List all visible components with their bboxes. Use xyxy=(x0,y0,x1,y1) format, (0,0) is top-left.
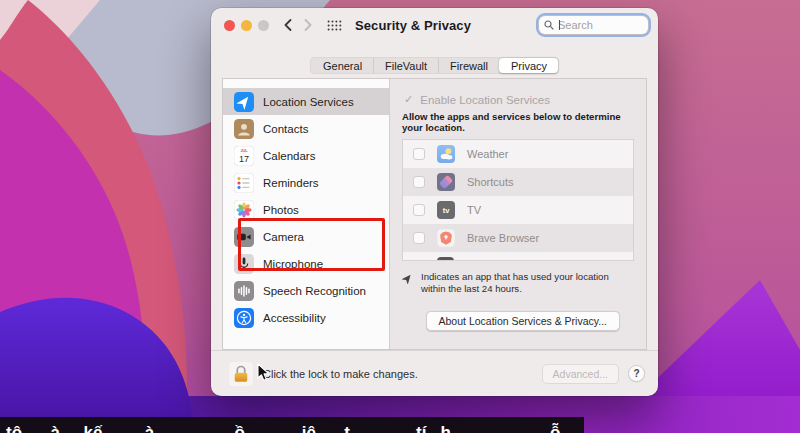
sidebar-item-label: Microphone xyxy=(263,258,323,270)
location-arrow-icon xyxy=(402,273,413,284)
panel-description: Allow the apps and services below to det… xyxy=(402,111,634,133)
svg-text:17: 17 xyxy=(239,153,249,163)
text-caret xyxy=(559,20,560,30)
speech-recognition-icon xyxy=(234,281,254,301)
sidebar-item-microphone[interactable]: Microphone xyxy=(223,250,389,277)
help-button[interactable]: ? xyxy=(628,365,645,382)
location-apps-list: Weather Shortcuts xyxy=(402,139,634,261)
traffic-lights xyxy=(224,20,269,31)
sidebar-item-label: Calendars xyxy=(263,150,315,162)
about-location-services-button[interactable]: About Location Services & Privacy... xyxy=(426,311,620,331)
show-all-grid-icon[interactable] xyxy=(327,20,342,31)
close-window-button[interactable] xyxy=(224,20,235,31)
zoom-window-button xyxy=(258,20,269,31)
list-item-weather[interactable]: Weather xyxy=(403,140,633,168)
calendars-icon: JUL 17 xyxy=(234,146,254,166)
security-privacy-window: Security & Privacy General FileVault Fir… xyxy=(211,8,658,396)
sidebar-item-camera[interactable]: Camera xyxy=(223,223,389,250)
app-name: Weather xyxy=(467,148,508,160)
lock-icon xyxy=(231,364,251,384)
subtitle-text: tộ à kế à ồ iê t tí h ỗ xyxy=(6,423,561,433)
search-field[interactable] xyxy=(539,16,648,34)
list-item-tv[interactable]: tv TV xyxy=(403,196,633,224)
sidebar-item-label: Location Services xyxy=(263,96,354,108)
sidebar-item-label: Photos xyxy=(263,204,299,216)
sidebar-item-speech-recognition[interactable]: Speech Recognition xyxy=(223,277,389,304)
titlebar: Security & Privacy xyxy=(211,8,658,42)
svg-text:tv: tv xyxy=(443,206,450,215)
reminders-icon xyxy=(234,173,254,193)
sidebar-item-label: Accessibility xyxy=(263,312,326,324)
mouse-cursor xyxy=(257,363,270,382)
lock-message: Click the lock to make changes. xyxy=(263,368,418,380)
shortcuts-app-icon xyxy=(437,173,455,191)
tv-checkbox[interactable] xyxy=(413,204,425,216)
weather-checkbox[interactable] xyxy=(413,148,425,160)
list-item-shortcuts[interactable]: Shortcuts xyxy=(403,168,633,196)
enable-location-services-label: Enable Location Services xyxy=(420,94,550,106)
accessibility-icon xyxy=(234,308,254,328)
sidebar-item-label: Contacts xyxy=(263,123,308,135)
tab-firewall[interactable]: Firewall xyxy=(438,58,499,73)
sidebar-item-photos[interactable]: Photos xyxy=(223,196,389,223)
enable-location-services-checkbox[interactable]: ✓ Enable Location Services xyxy=(404,93,634,106)
app-name: Brave Browser xyxy=(467,232,539,244)
search-icon xyxy=(544,20,554,30)
tab-privacy[interactable]: Privacy xyxy=(499,58,558,73)
search-input[interactable] xyxy=(558,19,638,31)
shortcuts-checkbox[interactable] xyxy=(413,176,425,188)
sidebar-item-calendars[interactable]: JUL 17 Calendars xyxy=(223,142,389,169)
back-icon[interactable] xyxy=(284,19,292,31)
sidebar-item-reminders[interactable]: Reminders xyxy=(223,169,389,196)
minimize-window-button[interactable] xyxy=(241,20,252,31)
app-name: Shortcuts xyxy=(467,176,513,188)
tab-filevault[interactable]: FileVault xyxy=(373,58,438,73)
microphone-icon xyxy=(234,254,254,274)
sidebar-item-location-services[interactable]: Location Services xyxy=(223,88,389,115)
checkmark-icon: ✓ xyxy=(404,93,413,106)
list-item-brave-browser[interactable]: Brave Browser xyxy=(403,224,633,252)
sidebar-item-accessibility[interactable]: Accessibility xyxy=(223,304,389,331)
window-title: Security & Privacy xyxy=(355,18,471,33)
brave-checkbox[interactable] xyxy=(413,232,425,244)
screen: Security & Privacy General FileVault Fir… xyxy=(0,0,800,433)
forward-icon[interactable] xyxy=(304,19,312,31)
sidebar-item-label: Reminders xyxy=(263,177,319,189)
sidebar-item-label: Speech Recognition xyxy=(263,285,366,297)
privacy-pane: Location Services Contacts JUL 17 xyxy=(222,78,647,350)
note-text: Indicates an app that has used your loca… xyxy=(421,271,627,296)
privacy-sidebar: Location Services Contacts JUL 17 xyxy=(223,79,390,349)
weather-app-icon xyxy=(437,145,455,163)
photos-icon xyxy=(234,200,254,220)
window-footer: Click the lock to make changes. Advanced… xyxy=(211,350,658,396)
list-item-partial xyxy=(403,252,633,261)
subtitle-bar: tộ à kế à ồ iê t tí h ỗ xyxy=(0,417,584,433)
sidebar-item-label: Camera xyxy=(263,231,304,243)
sidebar-item-contacts[interactable]: Contacts xyxy=(223,115,389,142)
app-name: TV xyxy=(467,204,481,216)
location-usage-note: Indicates an app that has used your loca… xyxy=(402,271,634,296)
contacts-icon xyxy=(234,119,254,139)
partial-app-icon xyxy=(437,257,454,261)
tab-general[interactable]: General xyxy=(311,58,373,73)
tv-app-icon: tv xyxy=(437,201,455,219)
camera-icon xyxy=(234,227,254,247)
advanced-button[interactable]: Advanced... xyxy=(542,364,619,384)
tab-bar: General FileVault Firewall Privacy xyxy=(310,57,559,74)
location-services-panel: ✓ Enable Location Services Allow the app… xyxy=(390,79,646,349)
location-services-icon xyxy=(234,92,254,112)
lock-button[interactable] xyxy=(228,361,254,387)
brave-browser-app-icon xyxy=(437,229,455,247)
svg-text:JUL: JUL xyxy=(240,149,248,153)
